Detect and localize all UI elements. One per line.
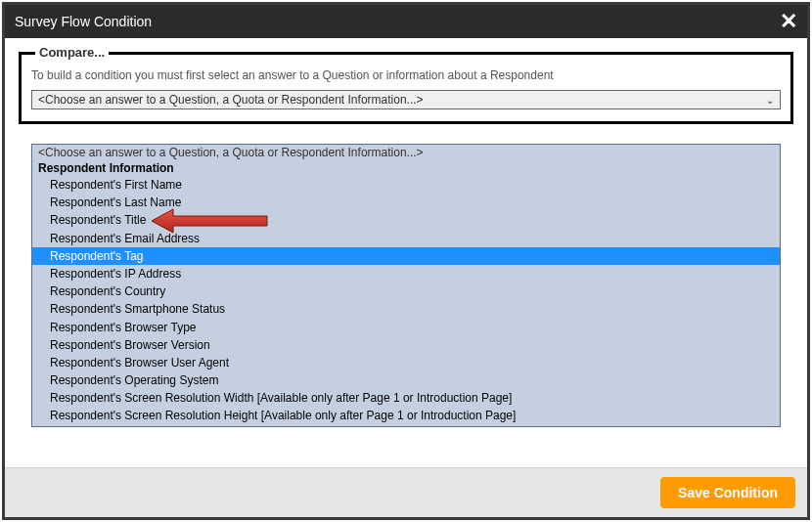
dropdown-group-header: Respondent Information bbox=[32, 160, 780, 176]
fieldset-description: To build a condition you must first sele… bbox=[31, 68, 781, 82]
dropdown-item[interactable]: Respondent's Smartphone Status bbox=[32, 300, 780, 318]
save-condition-button[interactable]: Save Condition bbox=[660, 477, 795, 508]
dropdown-item[interactable]: Respondent's Browser User Agent bbox=[32, 354, 780, 371]
dropdown-item[interactable]: Respondent's Email Address bbox=[32, 230, 780, 247]
dropdown-item[interactable]: Respondent's Browser Type bbox=[32, 319, 780, 336]
fieldset-legend: Compare... bbox=[35, 45, 109, 60]
close-icon[interactable]: ✕ bbox=[780, 11, 797, 32]
dropdown-item[interactable]: Respondent's Screen Resolution Height [A… bbox=[32, 407, 780, 424]
dropdown-placeholder[interactable]: <Choose an answer to a Question, a Quota… bbox=[32, 145, 780, 160]
content-area: Compare... To build a condition you must… bbox=[5, 38, 807, 467]
dropdown-item[interactable]: Respondent's IP Address bbox=[32, 265, 780, 283]
dialog-footer: Save Condition bbox=[5, 467, 807, 517]
titlebar: Survey Flow Condition ✕ bbox=[5, 5, 807, 38]
dropdown-item[interactable]: Respondent's Screen Resolution Width [Av… bbox=[32, 389, 780, 407]
compare-fieldset: Compare... To build a condition you must… bbox=[19, 52, 793, 124]
select-value: <Choose an answer to a Question, a Quota… bbox=[38, 93, 424, 107]
dropdown-item[interactable]: Respondent's Country bbox=[32, 283, 780, 300]
condition-select[interactable]: <Choose an answer to a Question, a Quota… bbox=[31, 90, 781, 109]
dropdown-item[interactable]: Respondent's Last Name bbox=[32, 194, 780, 211]
dropdown-item[interactable]: Respondent's First Name bbox=[32, 176, 780, 194]
modal-dialog: Survey Flow Condition ✕ Compare... To bu… bbox=[2, 2, 810, 520]
dropdown-item[interactable]: Respondent's Operating System bbox=[32, 371, 780, 389]
dialog-title: Survey Flow Condition bbox=[15, 14, 152, 29]
chevron-down-icon: ⌄ bbox=[766, 95, 774, 106]
dropdown-item[interactable]: Respondent's A/B Testing Random Number (… bbox=[32, 425, 780, 427]
dropdown-item[interactable]: Respondent's Browser Version bbox=[32, 336, 780, 354]
dropdown-item[interactable]: Respondent's Title bbox=[32, 211, 780, 229]
condition-dropdown[interactable]: <Choose an answer to a Question, a Quota… bbox=[31, 144, 781, 427]
dropdown-item[interactable]: Respondent's Tag bbox=[32, 247, 780, 265]
